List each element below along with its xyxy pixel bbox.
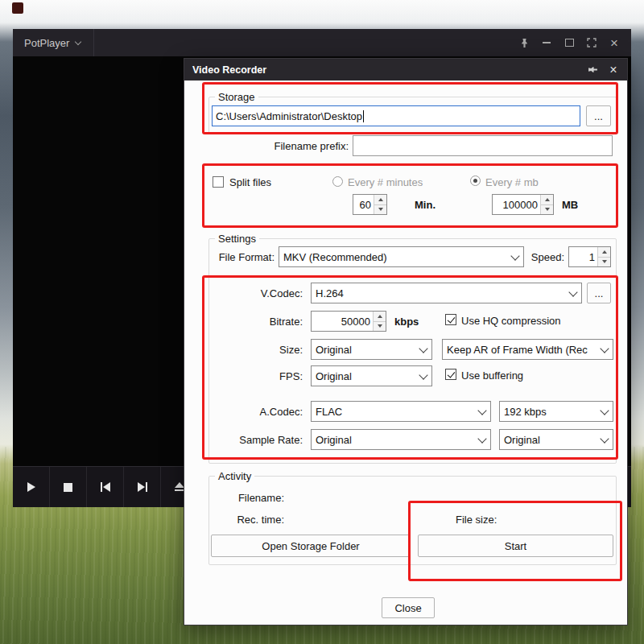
close-icon[interactable]: ×: [607, 64, 620, 76]
filename-prefix-label: Filename prefix:: [233, 140, 349, 152]
sample-rate-combo[interactable]: Original: [311, 429, 491, 450]
chevron-down-icon: [419, 370, 427, 379]
mb-spinner[interactable]: 100000: [492, 194, 554, 215]
previous-button[interactable]: [87, 467, 124, 507]
minimize-icon[interactable]: [539, 35, 555, 51]
spin-down-button[interactable]: [598, 257, 610, 267]
desktop-icon[interactable]: [12, 2, 23, 14]
checkmark-icon: [448, 315, 456, 323]
split-files-label: Split files: [229, 176, 271, 188]
spin-up-button[interactable]: [374, 195, 386, 204]
fullscreen-icon[interactable]: [584, 35, 600, 51]
hq-compression-label: Use HQ compression: [461, 315, 561, 327]
every-minutes-label: Every # minutes: [348, 176, 423, 188]
spin-down-button[interactable]: [374, 204, 386, 215]
every-minutes-radio[interactable]: [332, 176, 343, 187]
rec-time-label: Rec. time:: [217, 514, 284, 526]
split-files-checkbox[interactable]: [213, 176, 224, 188]
dialog-title: Video Recorder: [192, 64, 266, 76]
chevron-down-icon: [510, 251, 519, 260]
size-label: Size:: [222, 344, 303, 356]
fps-value: Original: [316, 370, 416, 382]
spin-down-button[interactable]: [374, 321, 386, 332]
spin-down-button[interactable]: [541, 204, 553, 215]
player-menu-button[interactable]: PotPlayer: [24, 37, 80, 49]
chevron-down-icon: [600, 434, 609, 443]
speed-spinner[interactable]: 1: [568, 246, 611, 267]
minutes-spinner[interactable]: 60: [353, 194, 387, 215]
every-mb-radio[interactable]: [470, 175, 481, 186]
bitrate-unit-label: kbps: [394, 316, 419, 328]
storage-browse-button[interactable]: ...: [586, 105, 611, 126]
chevron-down-icon: [419, 344, 427, 353]
hq-compression-checkbox[interactable]: [445, 314, 456, 325]
file-format-label: File Format:: [210, 251, 275, 263]
settings-legend: Settings: [215, 233, 259, 245]
close-button[interactable]: Close: [382, 597, 435, 618]
maximize-icon[interactable]: [561, 35, 577, 51]
storage-path-input[interactable]: C:\Users\Administrator\Desktop: [212, 105, 580, 126]
mb-value: 100000: [493, 195, 540, 214]
chevron-down-icon: [477, 406, 486, 415]
spin-up-button[interactable]: [374, 312, 386, 321]
chevron-down-icon: [600, 406, 609, 415]
aspect-ratio-value: Keep AR of Frame Width (Rec: [447, 344, 597, 356]
checkmark-icon: [448, 369, 456, 378]
bitrate-spinner[interactable]: 50000: [311, 311, 386, 332]
sample-rate-right-value: Original: [504, 434, 597, 446]
speed-label: Speed:: [526, 251, 564, 263]
video-recorder-dialog: Video Recorder × Storage C:\Users\Admini…: [184, 58, 628, 625]
every-mb-label: Every # mb: [485, 176, 539, 188]
titlebar-divider: [93, 29, 94, 56]
sample-rate-label: Sample Rate:: [222, 434, 303, 446]
chevron-down-icon: [477, 434, 486, 443]
size-value: Original: [316, 344, 416, 356]
next-button[interactable]: [124, 467, 161, 507]
desktop: PotPlayer ×: [0, 0, 644, 644]
close-icon[interactable]: ×: [606, 35, 622, 51]
dialog-titlebar[interactable]: Video Recorder ×: [184, 59, 627, 80]
vcodec-value: H.264: [316, 287, 566, 299]
text-caret: [363, 110, 364, 122]
bitrate-label: Bitrate:: [222, 316, 303, 328]
file-format-combo[interactable]: MKV (Recommended): [279, 246, 524, 267]
filename-label: Filename:: [217, 492, 284, 504]
storage-path-value: C:\Users\Administrator\Desktop: [216, 110, 362, 122]
pin-icon[interactable]: [516, 35, 532, 51]
fps-combo[interactable]: Original: [311, 365, 432, 386]
storage-legend: Storage: [215, 91, 258, 103]
file-format-value: MKV (Recommended): [283, 251, 508, 263]
vcodec-label: V.Codec:: [222, 287, 303, 299]
open-storage-folder-button[interactable]: Open Storage Folder: [211, 535, 411, 557]
speed-value: 1: [569, 247, 597, 266]
audio-bitrate-value: 192 kbps: [504, 406, 597, 418]
file-size-label: File size:: [456, 514, 497, 526]
start-button[interactable]: Start: [418, 535, 613, 557]
filename-prefix-input[interactable]: [353, 135, 613, 156]
acodec-label: A.Codec:: [222, 406, 303, 418]
fps-label: FPS:: [222, 370, 303, 382]
bitrate-value: 50000: [312, 312, 373, 331]
chevron-down-icon: [600, 344, 609, 353]
pin-icon[interactable]: [586, 64, 599, 76]
minutes-value: 60: [353, 195, 374, 214]
stop-button[interactable]: [50, 467, 87, 507]
player-title: PotPlayer: [24, 37, 69, 49]
mb-unit-label: MB: [562, 199, 578, 211]
activity-legend: Activity: [215, 470, 254, 482]
sample-rate-value: Original: [316, 434, 475, 446]
sample-rate-right-combo[interactable]: Original: [499, 429, 613, 450]
audio-bitrate-combo[interactable]: 192 kbps: [499, 401, 613, 422]
minutes-unit-label: Min.: [415, 199, 436, 211]
use-buffering-checkbox[interactable]: [445, 369, 456, 380]
use-buffering-label: Use buffering: [461, 369, 523, 382]
player-titlebar[interactable]: PotPlayer ×: [13, 29, 631, 56]
aspect-ratio-combo[interactable]: Keep AR of Frame Width (Rec: [442, 339, 613, 360]
play-button[interactable]: [13, 467, 50, 507]
vcodec-browse-button[interactable]: ...: [587, 283, 611, 303]
spin-up-button[interactable]: [598, 247, 610, 257]
vcodec-combo[interactable]: H.264: [311, 283, 582, 303]
spin-up-button[interactable]: [541, 195, 553, 204]
size-combo[interactable]: Original: [311, 339, 432, 360]
acodec-combo[interactable]: FLAC: [311, 401, 491, 422]
